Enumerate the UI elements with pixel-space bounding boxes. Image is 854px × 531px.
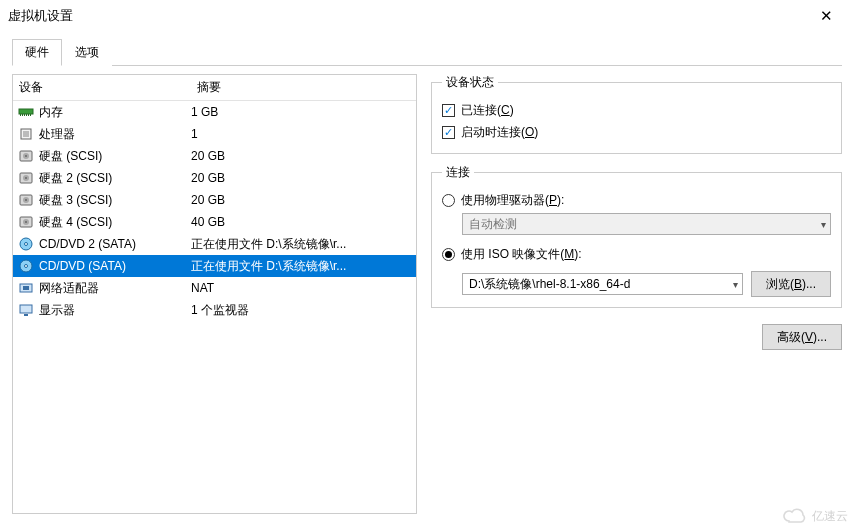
disk-icon xyxy=(17,214,35,230)
connect-at-power-on-checkbox[interactable]: ✓ xyxy=(442,126,455,139)
device-name: 内存 xyxy=(39,104,191,121)
use-iso-label: 使用 ISO 映像文件(M): xyxy=(461,246,582,263)
device-summary: 正在使用文件 D:\系统镜像\r... xyxy=(191,236,412,253)
browse-button[interactable]: 浏览(B)... xyxy=(751,271,831,297)
connected-label: 已连接(C) xyxy=(461,102,514,119)
disk-icon xyxy=(17,148,35,164)
device-name: 硬盘 3 (SCSI) xyxy=(39,192,191,209)
use-physical-drive-radio[interactable] xyxy=(442,194,455,207)
device-summary: 20 GB xyxy=(191,171,412,185)
display-icon xyxy=(17,302,35,318)
physical-drive-combo: 自动检测 ▾ xyxy=(462,213,831,235)
connection-legend: 连接 xyxy=(442,164,474,181)
device-name: 硬盘 (SCSI) xyxy=(39,148,191,165)
device-name: 硬盘 2 (SCSI) xyxy=(39,170,191,187)
net-icon xyxy=(17,280,35,296)
cd-icon xyxy=(17,236,35,252)
watermark: 亿速云 xyxy=(782,507,848,525)
device-row[interactable]: 内存1 GB xyxy=(13,101,416,123)
device-row[interactable]: CD/DVD 2 (SATA)正在使用文件 D:\系统镜像\r... xyxy=(13,233,416,255)
connected-checkbox[interactable]: ✓ xyxy=(442,104,455,117)
device-row[interactable]: 网络适配器NAT xyxy=(13,277,416,299)
device-list-pane: 设备 摘要 内存1 GB处理器1硬盘 (SCSI)20 GB硬盘 2 (SCSI… xyxy=(12,74,417,514)
device-summary: NAT xyxy=(191,281,412,295)
device-summary: 正在使用文件 D:\系统镜像\r... xyxy=(191,258,412,275)
chevron-down-icon: ▾ xyxy=(821,219,826,230)
device-summary: 20 GB xyxy=(191,149,412,163)
column-summary[interactable]: 摘要 xyxy=(191,75,416,100)
device-status-group: 设备状态 ✓ 已连接(C) ✓ 启动时连接(O) xyxy=(431,74,842,154)
advanced-button[interactable]: 高级(V)... xyxy=(762,324,842,350)
device-list[interactable]: 内存1 GB处理器1硬盘 (SCSI)20 GB硬盘 2 (SCSI)20 GB… xyxy=(13,101,416,513)
tab-bar: 硬件 选项 xyxy=(12,38,842,66)
device-summary: 40 GB xyxy=(191,215,412,229)
chevron-down-icon: ▾ xyxy=(733,279,738,290)
cd-icon xyxy=(17,258,35,274)
device-row[interactable]: 硬盘 2 (SCSI)20 GB xyxy=(13,167,416,189)
use-iso-radio[interactable] xyxy=(442,248,455,261)
column-device[interactable]: 设备 xyxy=(13,75,191,100)
use-physical-drive-label: 使用物理驱动器(P): xyxy=(461,192,564,209)
connect-at-power-on-label: 启动时连接(O) xyxy=(461,124,538,141)
device-row[interactable]: 硬盘 (SCSI)20 GB xyxy=(13,145,416,167)
disk-icon xyxy=(17,170,35,186)
tab-hardware[interactable]: 硬件 xyxy=(12,39,62,66)
window-title: 虚拟机设置 xyxy=(8,7,73,25)
cpu-icon xyxy=(17,126,35,142)
device-status-legend: 设备状态 xyxy=(442,74,498,91)
device-summary: 1 GB xyxy=(191,105,412,119)
device-row[interactable]: 硬盘 3 (SCSI)20 GB xyxy=(13,189,416,211)
device-summary: 1 xyxy=(191,127,412,141)
device-list-header: 设备 摘要 xyxy=(13,75,416,101)
device-summary: 1 个监视器 xyxy=(191,302,412,319)
memory-icon xyxy=(17,104,35,120)
device-row[interactable]: 处理器1 xyxy=(13,123,416,145)
close-button[interactable]: ✕ xyxy=(806,7,846,25)
connection-group: 连接 使用物理驱动器(P): 自动检测 ▾ 使用 ISO 映像文件(M): xyxy=(431,164,842,308)
disk-icon xyxy=(17,192,35,208)
tab-options[interactable]: 选项 xyxy=(62,39,112,66)
iso-path-combo[interactable]: D:\系统镜像\rhel-8.1-x86_64-d ▾ xyxy=(462,273,743,295)
device-summary: 20 GB xyxy=(191,193,412,207)
device-name: 硬盘 4 (SCSI) xyxy=(39,214,191,231)
device-name: 显示器 xyxy=(39,302,191,319)
device-name: CD/DVD 2 (SATA) xyxy=(39,237,191,251)
device-row[interactable]: CD/DVD (SATA)正在使用文件 D:\系统镜像\r... xyxy=(13,255,416,277)
device-name: 处理器 xyxy=(39,126,191,143)
device-row[interactable]: 显示器1 个监视器 xyxy=(13,299,416,321)
device-name: CD/DVD (SATA) xyxy=(39,259,191,273)
device-row[interactable]: 硬盘 4 (SCSI)40 GB xyxy=(13,211,416,233)
device-name: 网络适配器 xyxy=(39,280,191,297)
